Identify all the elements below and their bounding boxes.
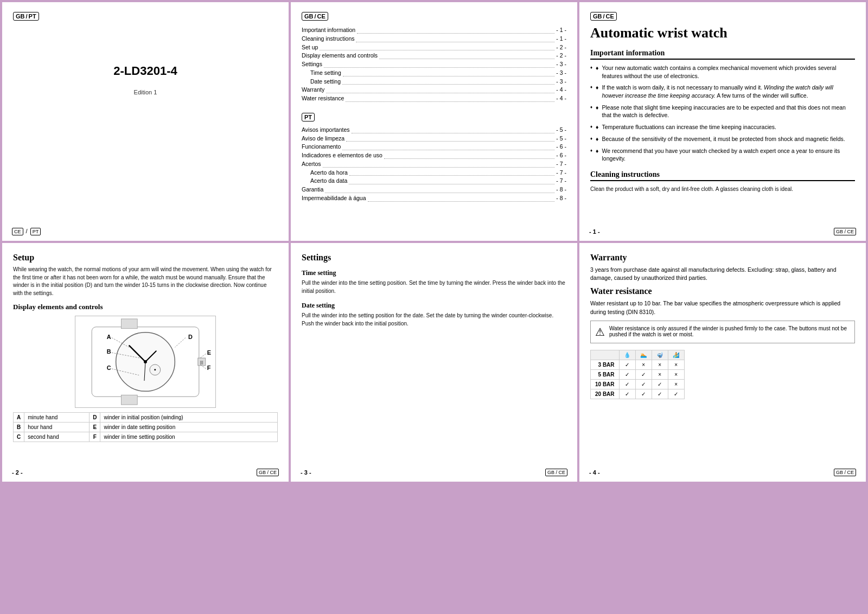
logo-gb: GB — [16, 13, 25, 20]
part-desc: winder in time setting position — [100, 432, 278, 442]
svg-rect-2 — [122, 395, 138, 405]
part-desc: winder in initial position (winding) — [100, 413, 278, 423]
part-letter: E — [90, 423, 100, 432]
info-page: GB/CE Automatic wrist watch Important in… — [579, 2, 866, 241]
part-letter: A — [14, 413, 24, 423]
display-title: Display elements and controls — [13, 303, 278, 311]
time-setting-text: Pull the winder into the time setting po… — [302, 279, 566, 295]
list-item: ♦ Please note that slight time keeping i… — [590, 104, 855, 119]
svg-point-9 — [154, 369, 156, 370]
svg-text:D: D — [188, 334, 193, 340]
cover-logo: GB / PT — [13, 12, 39, 21]
col-header-dive: 🏄 — [668, 350, 684, 360]
footer-logo: GB / CE — [257, 469, 279, 476]
toc-logo-pt: PT — [302, 113, 315, 121]
parts-table: A minute hand D winder in initial positi… — [13, 412, 278, 442]
date-setting-text: Pull the winder into the setting positio… — [302, 312, 566, 328]
table-row: 3 BAR ✓ × × × — [591, 360, 685, 369]
svg-text:|||: ||| — [200, 360, 203, 364]
wr-cell: ✓ — [619, 360, 635, 369]
list-item: ♦ Because of the sensitivity of the move… — [590, 135, 855, 143]
warning-box: ⚠ Water resistance is only assured if th… — [590, 321, 855, 343]
warranty-page: Warranty 3 years from purchase date agai… — [579, 243, 866, 482]
part-desc: second hand — [24, 432, 90, 442]
svg-rect-1 — [122, 319, 138, 329]
toc-item: Warranty - 4 - — [302, 86, 566, 94]
wr-cell: ✓ — [652, 379, 668, 389]
wr-cell: × — [668, 369, 684, 379]
toc-item: Funcionamento - 6 - — [302, 143, 566, 151]
section-important-info: Important information — [590, 49, 855, 60]
wr-cell: × — [652, 369, 668, 379]
svg-text:C: C — [107, 364, 111, 371]
page-number: - 3 - — [301, 469, 311, 476]
table-header-row: 💧 🏊 🤿 🏄 — [591, 350, 685, 360]
settings-title: Settings — [302, 253, 566, 263]
toc-item: Important information - 1 - — [302, 26, 566, 35]
toc-item: Garantia - 8 - — [302, 186, 566, 194]
wr-cell: × — [668, 379, 684, 389]
wr-cell: ✓ — [619, 379, 635, 389]
edition-label: Edition 1 — [13, 89, 278, 95]
col-header-swim: 🏊 — [635, 350, 652, 360]
setup-page: Setup While wearing the watch, the norma… — [2, 243, 289, 482]
bar-label: 3 BAR — [591, 360, 620, 369]
wr-cell: ✓ — [668, 389, 684, 399]
svg-text:F: F — [207, 364, 211, 371]
col-header-snorkel: 🤿 — [652, 350, 668, 360]
wr-cell: ✓ — [652, 389, 668, 399]
toc-item: Avisos importantes - 5 - — [302, 126, 566, 135]
warranty-title: Warranty — [590, 253, 855, 263]
toc-item: Water resistance - 4 - — [302, 94, 566, 103]
part-letter: B — [14, 423, 24, 432]
footer-logo-left: CE / PT — [12, 228, 41, 235]
page-number: - 4 - — [589, 469, 600, 476]
toc-item: Set up - 2 - — [302, 43, 566, 52]
svg-text:A: A — [107, 334, 111, 340]
page-number: - 2 - — [12, 469, 23, 476]
footer-logo: GB / CE — [545, 469, 567, 476]
bar-label: 10 BAR — [591, 379, 620, 389]
wr-cell: × — [668, 360, 684, 369]
table-row: A minute hand D winder in initial positi… — [14, 413, 278, 423]
cleaning-text: Clean the product with a soft, dry and l… — [590, 186, 855, 194]
wr-cell: ✓ — [619, 389, 635, 399]
wr-text: Water resistant up to 10 bar. The bar va… — [590, 299, 855, 316]
bullet-list: ♦ Your new automatic watch contains a co… — [590, 64, 855, 163]
toc-pt-section: Avisos importantes - 5 - Aviso de limpez… — [302, 126, 566, 203]
time-setting-title: Time setting — [302, 269, 566, 277]
main-title: Automatic wrist watch — [590, 25, 855, 41]
toc-gb-section: Important information - 1 - Cleaning ins… — [302, 26, 566, 103]
footer-logo: GB / CE — [834, 469, 856, 476]
bar-label: 5 BAR — [591, 369, 620, 379]
toc-item: Settings - 3 - — [302, 60, 566, 69]
logo-pt: PT — [29, 13, 36, 20]
toc-item: Acerto da hora - 7 - — [302, 169, 566, 177]
toc-item: Acerto da data - 7 - — [302, 177, 566, 186]
footer-logo: GB / CE — [834, 228, 856, 235]
wr-cell: ✓ — [635, 369, 652, 379]
section-cleaning: Cleaning instructions — [590, 170, 855, 181]
wr-cell: ✓ — [619, 369, 635, 379]
list-item: ♦ Temperature fluctuations can increase … — [590, 123, 855, 131]
toc-item: Date setting - 3 - — [302, 78, 566, 86]
wr-table: 💧 🏊 🤿 🏄 3 BAR ✓ × × × 5 BAR ✓ ✓ — [590, 350, 685, 399]
toc-item: Display elements and controls - 2 - — [302, 52, 566, 60]
part-desc: winder in date setting position — [100, 423, 278, 432]
table-row: C second hand F winder in time setting p… — [14, 432, 278, 442]
part-letter: D — [90, 413, 100, 423]
toc-item: Acertos - 7 - — [302, 160, 566, 169]
toc-page: GB/CE Important information - 1 - Cleani… — [291, 2, 577, 241]
settings-page: Settings Time setting Pull the winder in… — [291, 243, 577, 482]
info-logo: GB/CE — [590, 12, 617, 21]
part-letter: C — [14, 432, 24, 442]
table-row: 10 BAR ✓ ✓ ✓ × — [591, 379, 685, 389]
svg-line-22 — [200, 354, 206, 358]
part-letter: F — [90, 432, 100, 442]
wr-cell: × — [635, 360, 652, 369]
wr-cell: ✓ — [635, 379, 652, 389]
warning-icon: ⚠ — [595, 325, 605, 338]
wr-title: Water resistance — [590, 286, 855, 296]
list-item: ♦ Your new automatic watch contains a co… — [590, 64, 855, 80]
part-desc: hour hand — [24, 423, 90, 432]
